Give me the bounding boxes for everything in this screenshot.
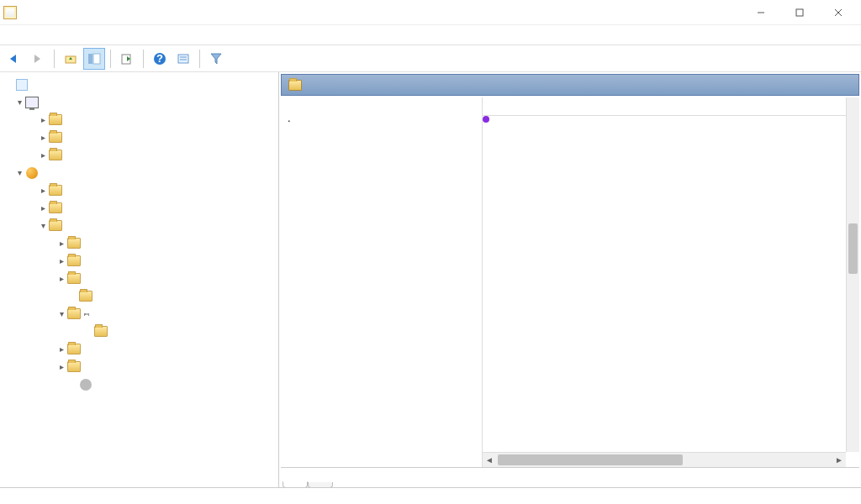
svg-rect-1 <box>796 9 803 16</box>
title-bar <box>0 0 861 25</box>
back-button[interactable] <box>3 48 25 70</box>
menu-help[interactable] <box>55 33 72 38</box>
description-pane: . <box>281 97 483 467</box>
maximize-button[interactable] <box>780 1 819 24</box>
main-area: ▾ ▸ ▸ ▸ ▾ ▸ ▸ ▾ ▸ ▸ ▸ ▾ ▸ ▸ . <box>0 72 861 487</box>
tree-item[interactable]: ▸ <box>3 199 278 217</box>
tab-standard[interactable] <box>308 482 333 487</box>
menu-bar <box>0 25 861 45</box>
export-button[interactable] <box>116 48 138 70</box>
tree-item[interactable]: ▸ <box>3 129 278 146</box>
toolbar: ? <box>0 45 861 72</box>
tree-item[interactable] <box>3 323 278 340</box>
tree-item[interactable]: ▸ <box>3 181 278 199</box>
tree-item[interactable]: ▸ <box>3 340 278 358</box>
menu-view[interactable] <box>39 33 55 38</box>
properties-button[interactable] <box>172 48 194 70</box>
tree-item[interactable]: ▸ <box>3 146 278 164</box>
vertical-scrollbar[interactable] <box>846 97 859 452</box>
tree-start-menu-taskbar[interactable]: ▾ <box>3 305 278 323</box>
svg-rect-5 <box>88 54 92 64</box>
tree-root[interactable] <box>3 76 278 93</box>
menu-action[interactable] <box>22 33 39 38</box>
svg-text:?: ? <box>156 52 163 65</box>
horizontal-scrollbar[interactable]: ◄ ► <box>483 452 846 467</box>
view-tabs <box>281 467 859 487</box>
close-button[interactable] <box>819 1 858 24</box>
tree-item[interactable]: ▸ <box>3 111 278 129</box>
minimize-button[interactable] <box>742 1 780 24</box>
scroll-left-icon[interactable]: ◄ <box>483 453 496 467</box>
tree-item[interactable] <box>3 287 278 305</box>
scroll-right-icon[interactable]: ► <box>832 453 846 467</box>
details-pane: . ◄ ► <box>279 72 861 487</box>
show-hide-tree-button[interactable] <box>83 48 105 70</box>
help-button[interactable]: ? <box>149 48 171 70</box>
tree-computer-config[interactable]: ▾ <box>3 93 278 111</box>
tab-extended[interactable] <box>283 481 308 487</box>
tree-pane[interactable]: ▾ ▸ ▸ ▸ ▾ ▸ ▸ ▾ ▸ ▸ ▸ ▾ ▸ ▸ <box>0 72 279 487</box>
section-header <box>281 74 859 96</box>
menu-file[interactable] <box>5 33 22 38</box>
settings-list: ◄ ► <box>483 97 859 467</box>
tree-item[interactable]: ▸ <box>3 358 278 375</box>
list-body[interactable] <box>483 116 846 452</box>
status-bar <box>0 487 861 504</box>
policy-tree: ▾ ▸ ▸ ▸ ▾ ▸ ▸ ▾ ▸ ▸ ▸ ▾ ▸ ▸ <box>3 76 278 393</box>
tree-item[interactable]: ▸ <box>3 234 278 252</box>
tree-item[interactable]: ▸ <box>3 270 278 287</box>
edit-line: . <box>288 111 475 126</box>
svg-rect-6 <box>93 54 100 64</box>
tree-user-config[interactable]: ▾ <box>3 164 278 181</box>
scroll-thumb[interactable] <box>498 454 683 465</box>
app-icon <box>3 6 17 19</box>
list-header[interactable] <box>483 97 859 116</box>
scroll-thumb[interactable] <box>848 223 858 274</box>
folder-icon <box>288 80 302 91</box>
tree-admin-templates[interactable]: ▾ <box>3 217 278 234</box>
window-controls <box>742 1 858 24</box>
forward-button[interactable] <box>27 48 49 70</box>
filter-button[interactable] <box>205 48 227 70</box>
svg-rect-10 <box>178 55 188 63</box>
up-button[interactable] <box>60 48 82 70</box>
tree-item[interactable]: ▸ <box>3 252 278 270</box>
tree-all-settings[interactable] <box>3 375 278 393</box>
